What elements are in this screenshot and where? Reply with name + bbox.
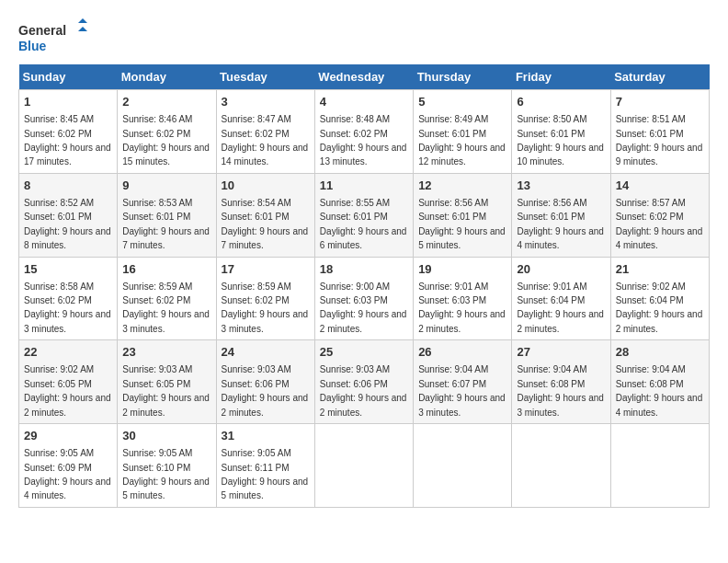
day-number: 31	[222, 428, 310, 444]
svg-marker-3	[78, 27, 87, 31]
calendar-cell	[610, 424, 709, 508]
calendar-cell: 25Sunrise: 9:03 AM Sunset: 6:06 PM Dayli…	[314, 340, 413, 424]
calendar-cell: 4Sunrise: 8:48 AM Sunset: 6:02 PM Daylig…	[314, 90, 413, 174]
weekday-header: Monday	[118, 64, 216, 90]
day-number: 5	[418, 94, 506, 110]
day-info: Sunrise: 8:59 AM Sunset: 6:02 PM Dayligh…	[122, 282, 210, 334]
calendar-cell: 15Sunrise: 8:58 AM Sunset: 6:02 PM Dayli…	[19, 257, 118, 340]
weekday-header: Sunday	[19, 64, 118, 90]
calendar-week-row: 29Sunrise: 9:05 AM Sunset: 6:09 PM Dayli…	[19, 424, 710, 508]
day-info: Sunrise: 9:03 AM Sunset: 6:06 PM Dayligh…	[320, 364, 407, 417]
day-number: 23	[122, 344, 210, 361]
day-number: 25	[320, 344, 408, 361]
day-number: 14	[616, 178, 704, 194]
day-number: 15	[24, 261, 112, 278]
day-info: Sunrise: 8:46 AM Sunset: 6:02 PM Dayligh…	[122, 114, 210, 167]
day-info: Sunrise: 9:00 AM Sunset: 6:03 PM Dayligh…	[320, 282, 407, 334]
calendar-cell: 30Sunrise: 9:05 AM Sunset: 6:10 PM Dayli…	[118, 424, 216, 508]
logo-svg: General Blue	[18, 18, 92, 55]
day-info: Sunrise: 9:02 AM Sunset: 6:04 PM Dayligh…	[616, 282, 703, 334]
day-info: Sunrise: 8:58 AM Sunset: 6:02 PM Dayligh…	[24, 282, 111, 334]
day-info: Sunrise: 9:01 AM Sunset: 6:04 PM Dayligh…	[517, 282, 604, 334]
day-number: 9	[122, 178, 210, 194]
weekday-header: Wednesday	[314, 64, 413, 90]
day-info: Sunrise: 9:03 AM Sunset: 6:05 PM Dayligh…	[122, 364, 210, 417]
day-info: Sunrise: 9:02 AM Sunset: 6:05 PM Dayligh…	[24, 364, 111, 417]
day-number: 10	[222, 178, 310, 194]
svg-text:General: General	[18, 23, 66, 38]
calendar-cell: 2Sunrise: 8:46 AM Sunset: 6:02 PM Daylig…	[118, 90, 216, 174]
day-number: 28	[616, 344, 704, 361]
day-number: 21	[616, 261, 704, 278]
calendar-cell: 16Sunrise: 8:59 AM Sunset: 6:02 PM Dayli…	[118, 257, 216, 340]
day-number: 22	[24, 344, 112, 361]
calendar-cell: 3Sunrise: 8:47 AM Sunset: 6:02 PM Daylig…	[216, 90, 314, 174]
weekday-header: Thursday	[414, 64, 512, 90]
day-info: Sunrise: 8:52 AM Sunset: 6:01 PM Dayligh…	[24, 198, 111, 250]
day-number: 13	[517, 178, 605, 194]
calendar-cell: 8Sunrise: 8:52 AM Sunset: 6:01 PM Daylig…	[19, 173, 118, 257]
day-info: Sunrise: 8:56 AM Sunset: 6:01 PM Dayligh…	[418, 198, 506, 250]
calendar-cell: 24Sunrise: 9:03 AM Sunset: 6:06 PM Dayli…	[216, 340, 314, 424]
calendar-week-row: 1Sunrise: 8:45 AM Sunset: 6:02 PM Daylig…	[19, 90, 710, 174]
day-info: Sunrise: 8:55 AM Sunset: 6:01 PM Dayligh…	[320, 198, 407, 250]
day-info: Sunrise: 9:05 AM Sunset: 6:09 PM Dayligh…	[24, 448, 111, 500]
calendar-cell: 6Sunrise: 8:50 AM Sunset: 6:01 PM Daylig…	[512, 90, 610, 174]
logo: General Blue	[18, 18, 92, 55]
day-info: Sunrise: 9:01 AM Sunset: 6:03 PM Dayligh…	[418, 282, 506, 334]
weekday-header: Saturday	[610, 64, 709, 90]
calendar-cell: 9Sunrise: 8:53 AM Sunset: 6:01 PM Daylig…	[118, 173, 216, 257]
day-number: 17	[222, 261, 310, 278]
calendar-cell: 11Sunrise: 8:55 AM Sunset: 6:01 PM Dayli…	[314, 173, 413, 257]
day-info: Sunrise: 8:49 AM Sunset: 6:01 PM Dayligh…	[418, 114, 506, 167]
day-info: Sunrise: 8:57 AM Sunset: 6:02 PM Dayligh…	[616, 198, 703, 250]
calendar-cell: 7Sunrise: 8:51 AM Sunset: 6:01 PM Daylig…	[610, 90, 709, 174]
calendar-cell: 27Sunrise: 9:04 AM Sunset: 6:08 PM Dayli…	[512, 340, 610, 424]
calendar-cell: 18Sunrise: 9:00 AM Sunset: 6:03 PM Dayli…	[314, 257, 413, 340]
day-info: Sunrise: 8:47 AM Sunset: 6:02 PM Dayligh…	[222, 114, 309, 167]
day-info: Sunrise: 8:53 AM Sunset: 6:01 PM Dayligh…	[122, 198, 210, 250]
calendar-cell: 21Sunrise: 9:02 AM Sunset: 6:04 PM Dayli…	[610, 257, 709, 340]
svg-marker-2	[78, 18, 87, 23]
day-number: 4	[320, 94, 408, 110]
calendar-cell: 20Sunrise: 9:01 AM Sunset: 6:04 PM Dayli…	[512, 257, 610, 340]
calendar-table: SundayMondayTuesdayWednesdayThursdayFrid…	[18, 64, 710, 508]
day-number: 19	[418, 261, 506, 278]
calendar-cell: 22Sunrise: 9:02 AM Sunset: 6:05 PM Dayli…	[19, 340, 118, 424]
day-number: 29	[24, 428, 112, 444]
day-number: 12	[418, 178, 506, 194]
svg-text:Blue: Blue	[18, 39, 47, 53]
calendar-cell: 1Sunrise: 8:45 AM Sunset: 6:02 PM Daylig…	[19, 90, 118, 174]
weekday-header: Friday	[512, 64, 610, 90]
day-info: Sunrise: 9:05 AM Sunset: 6:11 PM Dayligh…	[222, 448, 309, 500]
day-number: 6	[517, 94, 605, 110]
day-info: Sunrise: 9:04 AM Sunset: 6:08 PM Dayligh…	[616, 364, 703, 417]
day-info: Sunrise: 8:48 AM Sunset: 6:02 PM Dayligh…	[320, 114, 407, 167]
day-number: 16	[122, 261, 210, 278]
day-number: 3	[222, 94, 310, 110]
day-info: Sunrise: 9:04 AM Sunset: 6:07 PM Dayligh…	[418, 364, 506, 417]
day-number: 24	[222, 344, 310, 361]
calendar-cell: 29Sunrise: 9:05 AM Sunset: 6:09 PM Dayli…	[19, 424, 118, 508]
day-number: 18	[320, 261, 408, 278]
calendar-cell: 17Sunrise: 8:59 AM Sunset: 6:02 PM Dayli…	[216, 257, 314, 340]
day-number: 11	[320, 178, 408, 194]
day-info: Sunrise: 9:05 AM Sunset: 6:10 PM Dayligh…	[122, 448, 210, 500]
day-info: Sunrise: 8:51 AM Sunset: 6:01 PM Dayligh…	[616, 114, 703, 167]
calendar-cell: 19Sunrise: 9:01 AM Sunset: 6:03 PM Dayli…	[414, 257, 512, 340]
calendar-cell: 14Sunrise: 8:57 AM Sunset: 6:02 PM Dayli…	[610, 173, 709, 257]
day-info: Sunrise: 8:59 AM Sunset: 6:02 PM Dayligh…	[222, 282, 309, 334]
day-info: Sunrise: 9:04 AM Sunset: 6:08 PM Dayligh…	[517, 364, 604, 417]
calendar-week-row: 8Sunrise: 8:52 AM Sunset: 6:01 PM Daylig…	[19, 173, 710, 257]
weekday-header-row: SundayMondayTuesdayWednesdayThursdayFrid…	[19, 64, 710, 90]
calendar-cell: 28Sunrise: 9:04 AM Sunset: 6:08 PM Dayli…	[610, 340, 709, 424]
day-number: 20	[517, 261, 605, 278]
calendar-cell	[314, 424, 413, 508]
calendar-cell: 23Sunrise: 9:03 AM Sunset: 6:05 PM Dayli…	[118, 340, 216, 424]
calendar-cell: 10Sunrise: 8:54 AM Sunset: 6:01 PM Dayli…	[216, 173, 314, 257]
calendar-cell: 5Sunrise: 8:49 AM Sunset: 6:01 PM Daylig…	[414, 90, 512, 174]
calendar-week-row: 22Sunrise: 9:02 AM Sunset: 6:05 PM Dayli…	[19, 340, 710, 424]
day-number: 2	[122, 94, 210, 110]
day-number: 30	[122, 428, 210, 444]
calendar-cell	[414, 424, 512, 508]
